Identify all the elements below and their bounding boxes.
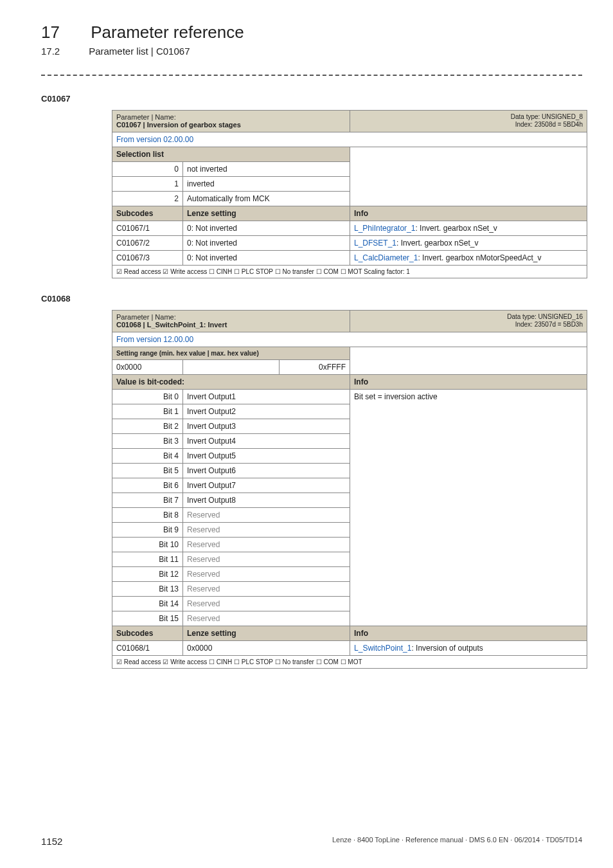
datatype-cell: Data type: UNSIGNED_16 Index: 23507d = 5… [350,310,587,332]
table-row: 2 Automatically from MCK [112,191,587,206]
table-c01068: Parameter | Name: C01068 | L_SwitchPoint… [112,310,587,669]
subcode-suffix: : Invert. gearbox nMotorSpeedAct_v [418,253,541,262]
subcodes-header: Subcodes Lenze setting Info [112,206,587,221]
bit-number: Bit 7 [112,493,183,507]
bit-number: Bit 13 [112,581,183,596]
version-link[interactable]: From version 12.00.00 [116,335,193,344]
sel-num: 2 [112,191,183,206]
sel-text: Automatically from MCK [183,191,350,206]
bit-text: Reserved [183,566,350,581]
subcode-suffix: : Invert. gearbox nSet_v [396,239,478,248]
subcodes-col-b: Lenze setting [183,626,350,640]
bit-info: Bit set = inversion active [350,389,587,404]
sel-text: inverted [183,176,350,191]
param-name: C01067 | Inversion of gearbox stages [116,121,241,129]
bit-info [350,596,587,611]
chapter-title: Parameter reference [91,23,244,42]
bit-text: Reserved [183,537,350,552]
table-row: Bit 9Reserved [112,522,587,537]
subcode-suffix: : Inversion of outputs [411,644,483,653]
version-cell: From version 12.00.00 [112,332,587,347]
table-row: Bit 11Reserved [112,552,587,566]
subcode-link[interactable]: L_SwitchPoint_1 [354,644,411,653]
subcode-link[interactable]: L_DFSET_1 [354,239,396,248]
subcodes-header: Subcodes Lenze setting Info [112,626,587,640]
subcode-id: C01067/2 [112,235,183,250]
page-number: 1152 [41,836,62,847]
table-row: Bit 7Invert Output8 [112,493,587,507]
bit-number: Bit 6 [112,478,183,493]
subcodes-col-c: Info [350,626,587,640]
bit-info [350,493,587,507]
subcode-setting: 0: Not inverted [183,250,350,265]
table-header-row: Parameter | Name: C01068 | L_SwitchPoint… [112,310,587,332]
subcode-link[interactable]: L_CalcDiameter_1 [354,253,418,262]
range-label: Setting range (min. hex value | max. hex… [112,347,350,359]
sel-num: 0 [112,161,183,176]
section-title: Parameter list | C01067 [89,46,190,57]
datatype: Data type: UNSIGNED_8 [511,113,583,120]
table-row: Bit 1Invert Output2 [112,404,587,419]
table-row: C01067/2 0: Not inverted L_DFSET_1: Inve… [112,235,587,250]
bit-text: Invert Output6 [183,463,350,478]
bit-info [350,404,587,419]
chapter-number: 17 [41,23,86,42]
bitcoded-label: Value is bit-coded: [112,374,350,389]
section-number: 17.2 [41,46,86,57]
table-row: Bit 12Reserved [112,566,587,581]
datatype-cell: Data type: UNSIGNED_8 Index: 23508d = 5B… [350,110,587,132]
bit-text: Reserved [183,596,350,611]
bit-number: Bit 15 [112,611,183,626]
bit-text: Invert Output5 [183,448,350,463]
bit-info [350,552,587,566]
info-label: Info [350,374,587,389]
table-row: Bit 13Reserved [112,581,587,596]
bit-info [350,537,587,552]
range-max: 0xFFFF [280,359,350,374]
subcode-id: C01067/1 [112,221,183,235]
subcode-info: L_SwitchPoint_1: Inversion of outputs [350,640,587,655]
bit-number: Bit 11 [112,552,183,566]
chapter-heading: 17 Parameter reference [41,23,582,42]
subcode-info: L_DFSET_1: Invert. gearbox nSet_v [350,235,587,250]
bit-info [350,611,587,626]
bitcoded-header: Value is bit-coded: Info [112,374,587,389]
subcode-id: C01068/1 [112,640,183,655]
subcode-link[interactable]: L_PhiIntegrator_1 [354,224,415,233]
table-row: Bit 8Reserved [112,507,587,522]
bit-info [350,419,587,433]
param-name: C01068 | L_SwitchPoint_1: Invert [116,321,227,329]
bit-number: Bit 14 [112,596,183,611]
selection-list-label: Selection list [112,147,350,161]
table-header-row: Parameter | Name: C01067 | Inversion of … [112,110,587,132]
page: 17 Parameter reference 17.2 Parameter li… [0,0,613,868]
bit-info [350,448,587,463]
table-footer: ☑ Read access ☑ Write access ☐ CINH ☐ PL… [112,265,587,278]
bit-number: Bit 1 [112,404,183,419]
table-row: Bit 6Invert Output7 [112,478,587,493]
bit-number: Bit 10 [112,537,183,552]
table-row: Bit 2Invert Output3 [112,419,587,433]
subcode-setting: 0: Not inverted [183,221,350,235]
version-link[interactable]: From version 02.00.00 [116,135,193,144]
selection-list-header: Selection list [112,147,587,161]
param-label: Parameter | Name: [116,113,176,121]
bit-number: Bit 4 [112,448,183,463]
table-c01067: Parameter | Name: C01067 | Inversion of … [112,110,587,278]
divider [41,75,582,76]
subcode-setting: 0: Not inverted [183,235,350,250]
subcodes-col-a: Subcodes [112,206,183,221]
table-row: Bit 15Reserved [112,611,587,626]
version-cell: From version 02.00.00 [112,132,587,147]
bit-text: Reserved [183,507,350,522]
param-name-cell: Parameter | Name: C01067 | Inversion of … [112,110,350,132]
table-row: Bit 10Reserved [112,537,587,552]
subcodes-col-b: Lenze setting [183,206,350,221]
bit-info [350,581,587,596]
subcode-id: C01067/3 [112,250,183,265]
bit-text: Invert Output4 [183,433,350,448]
bit-info [350,507,587,522]
param-code-label: C01067 [41,94,582,104]
bit-number: Bit 2 [112,419,183,433]
bit-text: Reserved [183,522,350,537]
